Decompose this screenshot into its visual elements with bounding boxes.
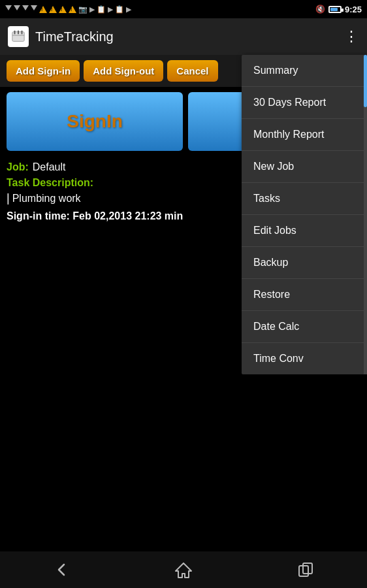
scroll-thumb	[364, 55, 367, 107]
cancel-button[interactable]: Cancel	[167, 60, 217, 82]
download-icon-1	[5, 5, 12, 13]
dropdown-menu: Summary 30 Days Report Monthly Report Ne…	[242, 55, 367, 374]
menu-item-datecalc[interactable]: Date Calc	[242, 311, 367, 343]
status-right: 🔇 9:25	[315, 5, 362, 14]
task-cursor: |	[7, 191, 10, 205]
menu-item-backup[interactable]: Backup	[242, 247, 367, 279]
status-bar: 📷 ▶ 📋 ▶ 📋 ▶ 🔇 9:25	[0, 0, 367, 18]
notification-icons: 📷 ▶ 📋 ▶ 📋 ▶	[5, 5, 131, 14]
warning-icon-4	[69, 6, 76, 13]
app-bar: TimeTracking ⋮	[0, 18, 367, 55]
signin-button[interactable]: SignIn	[7, 92, 183, 151]
app-title: TimeTracking	[35, 29, 344, 44]
content-area: Add Sign-in Add Sign-out Cancel SignIn J…	[0, 55, 367, 227]
mute-icon: 🔇	[315, 5, 325, 14]
warning-icon-3	[59, 6, 67, 13]
menu-item-tasks[interactable]: Tasks	[242, 183, 367, 215]
home-button[interactable]	[173, 559, 194, 580]
status-time: 9:25	[345, 5, 362, 14]
download-icon-3	[22, 5, 29, 13]
menu-item-summary[interactable]: Summary	[242, 55, 367, 87]
download-icon-4	[31, 5, 37, 13]
warning-icon-1	[39, 6, 47, 13]
nav-bar	[0, 551, 367, 588]
recent-apps-button[interactable]	[295, 559, 316, 580]
svg-marker-5	[176, 563, 191, 578]
back-button[interactable]	[51, 559, 72, 580]
menu-item-monthly[interactable]: Monthly Report	[242, 119, 367, 151]
menu-item-30days[interactable]: 30 Days Report	[242, 87, 367, 119]
job-value: Default	[33, 161, 66, 173]
scrollbar[interactable]	[364, 55, 367, 374]
misc-icons: 📷 ▶ 📋 ▶ 📋 ▶	[78, 5, 131, 14]
job-label: Job:	[7, 161, 29, 173]
app-icon	[8, 26, 29, 47]
add-signin-button[interactable]: Add Sign-in	[7, 60, 80, 82]
overflow-menu-button[interactable]: ⋮	[344, 29, 359, 44]
battery-icon	[328, 6, 342, 13]
menu-item-newjob[interactable]: New Job	[242, 151, 367, 183]
menu-item-editjobs[interactable]: Edit Jobs	[242, 215, 367, 247]
task-value: Plumbing work	[12, 193, 81, 204]
menu-item-timeconv[interactable]: Time Conv	[242, 343, 367, 374]
download-icon-2	[14, 5, 20, 13]
warning-icon-2	[49, 6, 57, 13]
add-signout-button[interactable]: Add Sign-out	[84, 60, 163, 82]
menu-item-restore[interactable]: Restore	[242, 279, 367, 311]
